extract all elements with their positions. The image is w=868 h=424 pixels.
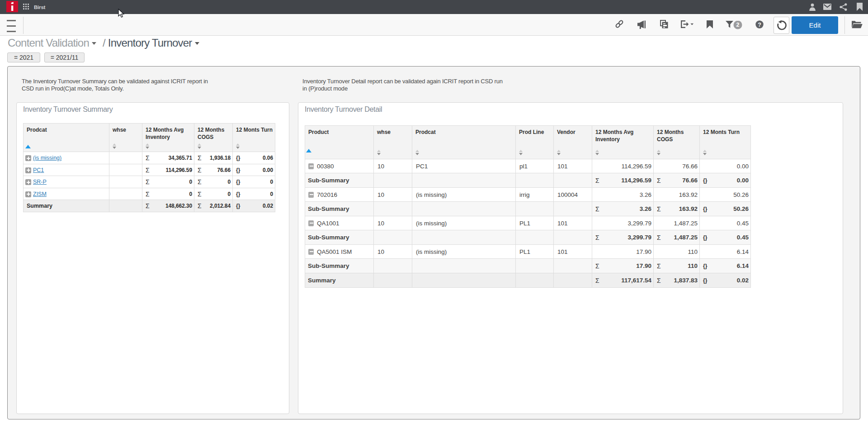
svg-text:?: ? [758,22,761,28]
svg-text:2: 2 [736,22,740,28]
